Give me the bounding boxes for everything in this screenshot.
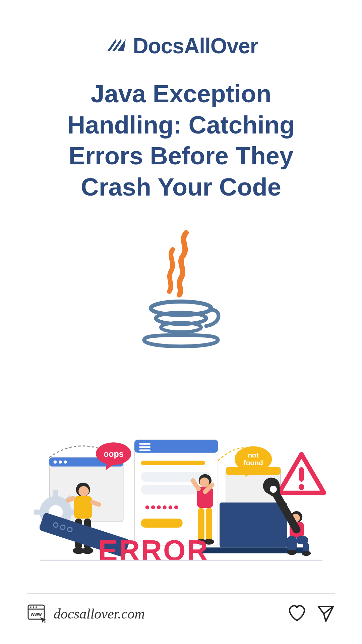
svg-point-69 <box>287 550 297 555</box>
page-title: Java Exception Handling: Catching Errors… <box>30 78 332 203</box>
svg-point-28 <box>169 505 173 509</box>
svg-point-42 <box>78 486 89 496</box>
svg-text:not: not <box>248 451 259 459</box>
browser-icon: www <box>27 604 47 624</box>
svg-point-38 <box>299 484 304 490</box>
svg-text:www: www <box>31 611 42 617</box>
svg-text:found: found <box>243 459 263 467</box>
svg-point-70 <box>302 551 311 556</box>
footer: www docsallover.com <box>27 593 335 624</box>
svg-point-55 <box>200 477 209 487</box>
svg-point-5 <box>54 461 57 464</box>
svg-rect-19 <box>139 446 150 448</box>
domain-text: docsallover.com <box>54 606 145 622</box>
svg-point-25 <box>151 505 155 509</box>
svg-rect-30 <box>141 519 183 528</box>
svg-rect-21 <box>141 461 205 465</box>
svg-point-29 <box>174 505 178 509</box>
error-text: ERROR <box>98 534 209 567</box>
svg-point-6 <box>59 461 62 464</box>
svg-rect-39 <box>220 502 287 547</box>
svg-point-2 <box>161 323 201 332</box>
svg-rect-20 <box>139 449 150 451</box>
heart-icon[interactable] <box>288 604 306 623</box>
svg-point-26 <box>157 505 161 509</box>
svg-rect-73 <box>40 560 322 561</box>
brand-header: DocsAllOver <box>104 34 258 58</box>
svg-rect-37 <box>299 467 304 482</box>
footer-actions <box>288 604 335 623</box>
svg-point-24 <box>145 505 149 509</box>
brand-name: DocsAllOver <box>133 34 258 58</box>
send-icon[interactable] <box>316 604 335 623</box>
svg-point-7 <box>64 461 67 464</box>
svg-rect-12 <box>34 509 40 515</box>
svg-point-27 <box>163 505 167 509</box>
svg-rect-18 <box>139 443 150 445</box>
svg-rect-43 <box>74 496 92 519</box>
error-illustration: oops not found <box>27 419 335 580</box>
brand-logo-icon <box>104 34 127 58</box>
svg-point-47 <box>82 547 94 554</box>
svg-rect-66 <box>287 536 297 551</box>
java-logo-icon <box>134 229 228 357</box>
oops-bubble-text: oops <box>104 449 123 459</box>
footer-left: www docsallover.com <box>27 604 145 624</box>
svg-rect-10 <box>53 490 58 497</box>
